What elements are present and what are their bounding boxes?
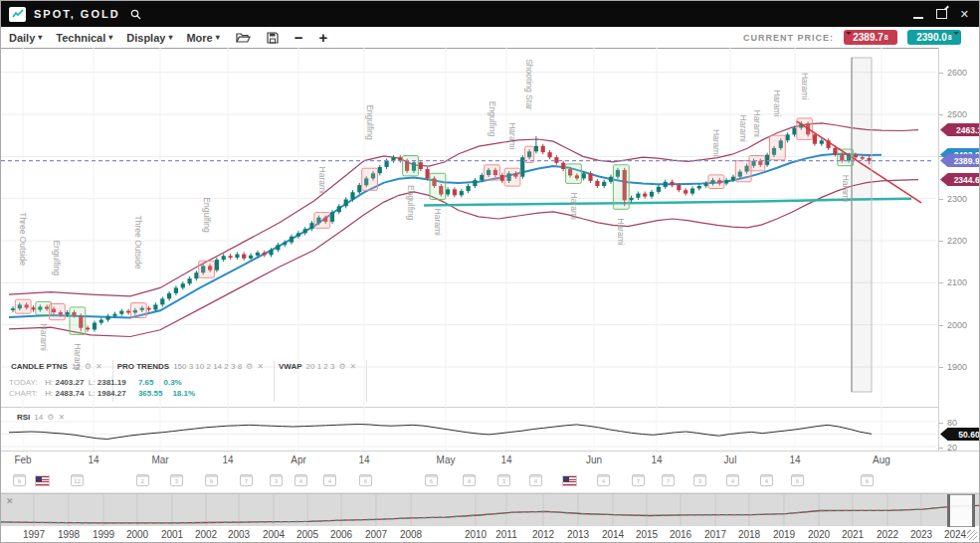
x-axis-label: Jul xyxy=(724,454,737,465)
close-icon[interactable]: ✕ xyxy=(58,413,65,422)
ask-price-badge: 2390.08 xyxy=(907,30,961,45)
navigator-handle[interactable] xyxy=(972,494,975,527)
svg-text:Harami: Harami xyxy=(569,193,579,221)
time-axis[interactable]: Feb14Mar14Apr14May14Jun14Jul14Aug xyxy=(1,451,980,470)
calendar-event-icon[interactable]: 4 xyxy=(463,474,476,486)
year-label: 1998 xyxy=(58,529,80,540)
save-icon[interactable] xyxy=(267,32,279,44)
x-axis-label: Feb xyxy=(14,454,31,465)
year-label: 2019 xyxy=(773,529,795,540)
calendar-event-icon[interactable]: 3 xyxy=(270,474,283,486)
main-chart-pane[interactable]: Three OutsideHaramiEngulfingHaramiThree … xyxy=(1,48,980,408)
price-tick-label: 2500 xyxy=(947,109,967,119)
current-price-label: CURRENT PRICE: xyxy=(743,33,834,43)
calendar-event-icon[interactable]: 4 xyxy=(597,474,610,486)
price-tick-label: 2000 xyxy=(947,320,967,330)
last-price-badge: 2389.93 xyxy=(940,154,980,167)
symbol-title: SPOT, GOLD xyxy=(34,8,120,20)
menu-technical[interactable]: Technical▾ xyxy=(56,32,112,44)
rsi-value-badge: 50.60 xyxy=(940,428,980,441)
minimize-button[interactable] xyxy=(913,16,923,19)
history-navigator[interactable]: ✕ xyxy=(1,493,980,528)
calendar-event-icon[interactable]: 6 xyxy=(861,474,874,486)
navigator-handle[interactable] xyxy=(947,494,950,527)
zoom-out-button[interactable]: − xyxy=(294,30,303,45)
rsi-pane[interactable]: RSI14 ⚙ ✕ xyxy=(1,407,980,452)
svg-text:Engulfing: Engulfing xyxy=(52,241,62,276)
gear-icon[interactable]: ⚙ xyxy=(85,362,92,371)
calendar-event-icon[interactable]: 4 xyxy=(760,474,773,486)
candlestick-chart[interactable]: Three OutsideHaramiEngulfingHaramiThree … xyxy=(1,48,980,407)
price-axis[interactable]: 260025002400230022002100200019008020 xyxy=(938,48,980,451)
calendar-event-icon[interactable]: 7 xyxy=(632,474,645,486)
menu-timeframe[interactable]: Daily▾ xyxy=(9,32,42,44)
legend-vwap[interactable]: VWAP20 1 2 3 ⚙ ✕ xyxy=(275,360,367,402)
us-flag-event-icon[interactable] xyxy=(562,475,577,486)
year-label: 2003 xyxy=(228,529,250,540)
open-folder-icon[interactable] xyxy=(236,32,251,44)
calendar-event-icon[interactable]: 4 xyxy=(726,474,739,486)
rsi-chart[interactable] xyxy=(1,407,980,451)
calendar-event-icon[interactable]: 6 xyxy=(13,474,26,486)
x-axis-label: 14 xyxy=(651,454,662,465)
svg-text:Engulfing: Engulfing xyxy=(365,104,375,140)
calendar-event-icon[interactable]: 3 xyxy=(693,474,706,486)
calendar-event-icon[interactable]: 2 xyxy=(136,474,149,486)
chevron-down-icon: ▾ xyxy=(108,33,112,42)
legend-rsi[interactable]: RSI14 ⚙ ✕ xyxy=(17,413,65,422)
price-stats: TODAY: H: 2403.27 L: 2381.19 7.650.3% CH… xyxy=(9,377,195,399)
menu-more[interactable]: More▾ xyxy=(186,32,219,44)
rsi-tick-label: 80 xyxy=(947,418,957,428)
calendar-event-icon[interactable]: 3 xyxy=(497,474,510,486)
gear-icon[interactable]: ⚙ xyxy=(338,362,345,371)
svg-text:Engulfing: Engulfing xyxy=(202,197,212,233)
calendar-event-icon[interactable]: 4 xyxy=(294,474,307,486)
today-stats-row: TODAY: H: 2403.27 L: 2381.19 7.650.3% xyxy=(9,377,195,388)
calendar-event-icon[interactable]: 4 xyxy=(323,474,336,486)
gear-icon[interactable]: ⚙ xyxy=(47,413,54,422)
year-label: 2014 xyxy=(602,529,624,540)
price-tick-label: 2200 xyxy=(947,236,967,246)
year-label: 2004 xyxy=(263,529,285,540)
close-icon[interactable]: ✕ xyxy=(257,362,264,371)
year-label: 1997 xyxy=(23,529,45,540)
search-icon[interactable] xyxy=(130,9,141,20)
indicator-price-badge: 2463.1 xyxy=(940,123,980,136)
menu-display[interactable]: Display▾ xyxy=(126,32,172,44)
us-flag-event-icon[interactable] xyxy=(35,475,50,486)
close-icon[interactable]: ✕ xyxy=(96,362,102,371)
navigator-chart[interactable] xyxy=(1,494,980,527)
calendar-event-icon[interactable]: 4 xyxy=(529,474,542,486)
resize-grip-icon[interactable] xyxy=(967,530,977,540)
calendar-event-icon[interactable]: 12 xyxy=(71,474,84,486)
svg-text:Engulfing: Engulfing xyxy=(488,101,497,137)
calendar-event-icon[interactable]: 6 xyxy=(791,474,804,486)
zoom-in-button[interactable]: + xyxy=(318,30,327,45)
x-axis-label: 14 xyxy=(789,454,800,465)
calendar-event-icon[interactable]: 6 xyxy=(205,474,218,486)
x-axis-label: 14 xyxy=(222,454,233,465)
price-tick-label: 2100 xyxy=(947,277,967,287)
year-label: 2016 xyxy=(670,529,691,540)
calendar-event-icon[interactable]: 7 xyxy=(662,474,675,486)
navigator-selection-window[interactable] xyxy=(949,494,973,527)
year-label: 2002 xyxy=(195,529,217,540)
year-label: 2022 xyxy=(877,529,898,540)
year-label: 2000 xyxy=(126,529,148,540)
calendar-event-icon[interactable]: 6 xyxy=(425,474,438,486)
year-label: 2020 xyxy=(808,529,830,540)
calendar-event-icon[interactable]: 6 xyxy=(359,474,372,486)
x-axis-label: 14 xyxy=(500,454,511,465)
year-label: 2013 xyxy=(567,529,589,540)
close-button[interactable]: ✕ xyxy=(960,9,969,20)
navigator-close-icon[interactable]: ✕ xyxy=(6,496,14,506)
popout-button[interactable] xyxy=(936,9,947,19)
calendar-event-icon[interactable]: 7 xyxy=(240,474,253,486)
year-label: 2011 xyxy=(495,529,517,540)
title-bar: SPOT, GOLD ✕ xyxy=(1,1,979,27)
calendar-event-icon[interactable]: 3 xyxy=(170,474,183,486)
app-window: SPOT, GOLD ✕ Daily▾ Technical▾ Display▾ … xyxy=(0,0,980,543)
gear-icon[interactable]: ⚙ xyxy=(246,362,253,371)
x-axis-label: Apr xyxy=(291,454,306,465)
close-icon[interactable]: ✕ xyxy=(350,362,357,371)
